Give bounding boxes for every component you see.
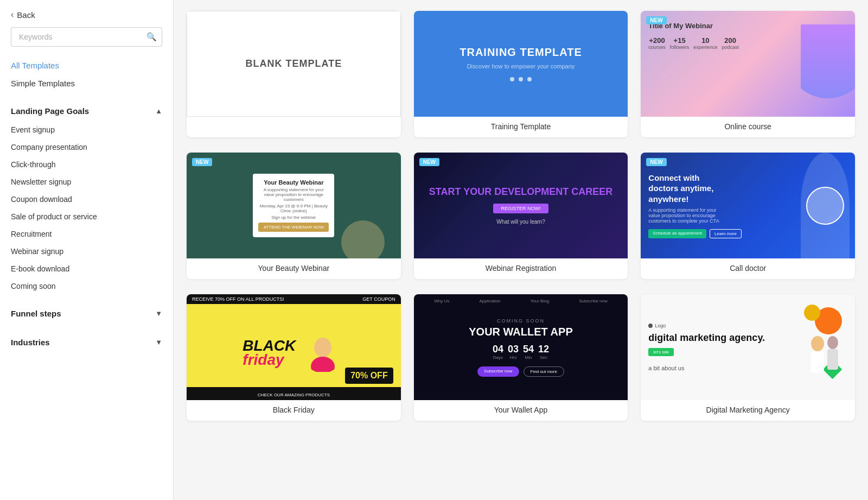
doctor-content: Connect with doctors anytime, anywhere! … (648, 173, 742, 239)
template-digital-marketing[interactable]: Logo digital marketing agency. let's tal… (641, 294, 855, 421)
beauty-signup: Sign up for the webinar (258, 215, 329, 220)
beauty-date: Monday, Apr 23 @ 6-9 PM | Beauty Clinic … (258, 204, 329, 213)
industries-header[interactable]: Industries ▼ (0, 330, 173, 352)
beauty-title: Your Beauty Webinar (258, 179, 329, 186)
digital-right (788, 302, 847, 393)
goal-company-presentation[interactable]: Company presentation (0, 138, 173, 156)
digital-logo-dot (648, 324, 653, 328)
training-dot-2 (519, 77, 523, 81)
wallet-title: YOUR WALLET APP (469, 326, 572, 338)
landing-page-goals-items: Event signup Company presentation Click-… (0, 121, 173, 295)
webinar-title: START YOUR DEVELOPMENT CAREER (429, 186, 612, 198)
goal-webinar-signup[interactable]: Webinar signup (0, 243, 173, 260)
beauty-card: Your Beauty Webinar A supporting stateme… (253, 174, 334, 237)
template-grid: BLANK TEMPLATE TRAINING TEMPLATE Discove… (187, 11, 855, 421)
wallet-sec: 12 Sec (538, 344, 549, 360)
landing-page-goals-label: Landing Page Goals (11, 106, 89, 116)
digital-people-svg (801, 327, 845, 393)
doctor-sub: A supporting statement for your value pr… (648, 207, 724, 224)
back-button[interactable]: ‹ Back (0, 0, 173, 27)
online-stats: +200 courses +15 followers 10 experience (648, 36, 739, 50)
funnel-steps-arrow: ▼ (155, 309, 162, 318)
doctor-thumbnail: NEW Connect with doctors anytime, anywhe… (641, 153, 855, 258)
template-webinar-registration[interactable]: NEW START YOUR DEVELOPMENT CAREER REGIST… (414, 153, 628, 279)
online-badge-new: NEW (646, 16, 666, 24)
wallet-sec-num: 12 (538, 344, 549, 355)
template-blank[interactable]: BLANK TEMPLATE (187, 11, 401, 137)
blackfriday-friday: friday (242, 351, 284, 368)
online-stat-2: 10 experience (693, 36, 717, 50)
goal-recruitment[interactable]: Recruitment (0, 225, 173, 243)
blackfriday-woman-svg (304, 334, 342, 372)
wallet-sec-unit: Sec (538, 355, 549, 360)
online-stat-1-lbl: followers (670, 45, 690, 50)
goal-coming-soon[interactable]: Coming soon (0, 277, 173, 295)
wallet-nav-blog: Your Blog (531, 299, 549, 303)
svg-point-4 (827, 336, 838, 349)
webinar-sub: What will you learn? (496, 219, 545, 225)
template-wallet-app[interactable]: Why Us Application Your Blog Subscribe n… (414, 294, 628, 421)
blackfriday-thumbnail: RECEIVE 70% OFF ON ALL PRODUCTS! GET COU… (187, 294, 401, 400)
training-title: TRAINING TEMPLATE (459, 46, 582, 59)
wallet-timer: 04 Days 03 Hrs 54 Min 12 Sec (493, 344, 549, 360)
funnel-steps-label: Funnel steps (11, 309, 61, 318)
digital-cta-btn: let's talk (648, 348, 674, 356)
nav-simple-templates[interactable]: Simple Templates (0, 74, 173, 92)
online-stat-1: +15 followers (670, 36, 690, 50)
wallet-min: 54 Min (523, 344, 534, 360)
goal-sale-of-product[interactable]: Sale of product or service (0, 208, 173, 225)
template-online-course[interactable]: NEW Title of My Webinar +200 courses +15… (641, 11, 855, 137)
doctor-btn1: Schedule an appointment (648, 229, 706, 238)
landing-page-goals-header[interactable]: Landing Page Goals ▲ (0, 99, 173, 121)
training-dots (510, 77, 532, 81)
wallet-days: 04 Days (493, 344, 503, 360)
template-training[interactable]: TRAINING TEMPLATE Discover how to empowe… (414, 11, 628, 137)
wallet-hrs-unit: Hrs (508, 355, 519, 360)
template-black-friday[interactable]: RECEIVE 70% OFF ON ALL PRODUCTS! GET COU… (187, 294, 401, 421)
goal-ebook-download[interactable]: E-book download (0, 260, 173, 277)
training-dot-1 (510, 77, 514, 81)
wallet-hrs-num: 03 (508, 344, 519, 355)
search-button[interactable]: 🔍 (146, 32, 157, 42)
goal-event-signup[interactable]: Event signup (0, 121, 173, 138)
online-stat-1-num: +15 (670, 36, 690, 45)
svg-point-2 (811, 336, 824, 351)
doctor-label: Call doctor (641, 258, 855, 279)
training-thumbnail: TRAINING TEMPLATE Discover how to empowe… (414, 11, 628, 117)
digital-shape-yellow (804, 305, 820, 321)
blackfriday-circle (301, 331, 344, 375)
nav-all-templates[interactable]: All Templates (0, 56, 173, 74)
industries-arrow: ▼ (155, 338, 162, 346)
template-beauty-webinar[interactable]: NEW Your Beauty Webinar A supporting sta… (187, 153, 401, 279)
wallet-days-unit: Days (493, 355, 503, 360)
online-stat-3-lbl: podcast (722, 45, 739, 50)
webinar-thumbnail: NEW START YOUR DEVELOPMENT CAREER REGIST… (414, 153, 628, 258)
template-call-doctor[interactable]: NEW Connect with doctors anytime, anywhe… (641, 153, 855, 279)
wallet-findout-btn: Find out more (524, 366, 564, 377)
wallet-days-num: 04 (493, 344, 503, 355)
wallet-min-unit: Min (523, 355, 534, 360)
search-box: 🔍 (11, 27, 162, 47)
landing-page-goals-section: Landing Page Goals ▲ Event signup Compan… (0, 99, 173, 295)
search-input[interactable] (11, 27, 162, 47)
online-label: Online course (641, 117, 855, 137)
svg-point-1 (311, 357, 335, 372)
industries-label: Industries (11, 338, 50, 347)
wallet-nav-app: Application (479, 299, 500, 303)
online-person (801, 24, 855, 117)
wallet-subscribe-btn: Subscribe now (477, 366, 519, 377)
beauty-circle (341, 220, 385, 258)
goal-newsletter-signup[interactable]: Newsletter signup (0, 173, 173, 191)
industries-section: Industries ▼ (0, 330, 173, 352)
funnel-steps-header[interactable]: Funnel steps ▼ (0, 301, 173, 324)
doctor-person (801, 153, 850, 258)
wallet-min-num: 54 (523, 344, 534, 355)
goal-click-through[interactable]: Click-through (0, 156, 173, 173)
training-label: Training Template (414, 117, 628, 137)
training-sub: Discover how to empower your company (467, 63, 575, 69)
goal-coupon-download[interactable]: Coupon download (0, 191, 173, 208)
back-label: Back (17, 10, 35, 20)
wallet-label: Your Wallet App (414, 400, 628, 421)
blackfriday-coupon: GET COUPON (362, 296, 395, 302)
blackfriday-bar: RECEIVE 70% OFF ON ALL PRODUCTS! GET COU… (187, 294, 401, 304)
